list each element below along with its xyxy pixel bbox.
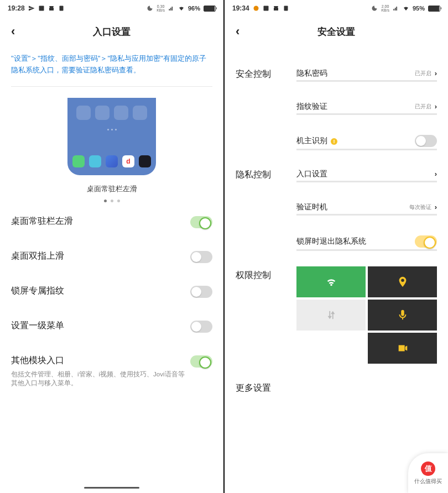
item-label: 入口设置 (296, 169, 327, 178)
item-label: 指纹验证 (296, 102, 327, 111)
permission-mic[interactable] (368, 300, 437, 331)
toggle[interactable] (190, 251, 212, 263)
nav-bar[interactable] (84, 487, 139, 489)
status-bar: 19:28 0.30 KB/s 96% (0, 0, 223, 14)
back-button[interactable]: ‹ (9, 22, 17, 41)
permission-location[interactable] (368, 266, 437, 297)
svg-rect-10 (396, 7, 397, 11)
toggle[interactable] (190, 355, 212, 368)
box-icon (38, 5, 45, 12)
setting-row[interactable]: 设置一级菜单 (11, 309, 212, 344)
permission-grid (296, 266, 437, 364)
app-icon (72, 155, 85, 167)
status-time: 19:28 (8, 4, 25, 12)
svg-point-5 (253, 6, 258, 11)
svg-rect-4 (171, 7, 173, 11)
battery-icon (204, 6, 216, 12)
moon-icon (147, 5, 153, 12)
permission-camera[interactable] (368, 333, 437, 364)
header: ‹ 安全设置 (225, 14, 448, 49)
section: 更多设置 (236, 371, 437, 402)
setting-item[interactable]: 入口设置› (296, 166, 437, 182)
info-text: "设置"＞"指纹、面部与密码"＞"隐私与应用加密"有固定的原子隐私系统入口，需要… (11, 49, 212, 86)
item-value: 已开启 (415, 103, 431, 111)
setting-item[interactable]: 锁屏时退出隐私系统 (296, 232, 437, 251)
item-label: 验证时机 (296, 202, 327, 211)
chevron-right-icon: › (435, 69, 437, 77)
item-label: 隐私密码 (296, 69, 327, 77)
battery-percent: 96% (188, 5, 200, 12)
permission-data[interactable] (296, 300, 366, 331)
weibo-icon (253, 5, 259, 12)
app-icon (106, 155, 118, 167)
phone-right-security-settings: 19:34 2.00 KB/s 95% ‹ 安全设置 安全控制隐私密码已开启›指… (225, 0, 448, 493)
status-bar: 19:34 2.00 KB/s 95% (225, 0, 448, 14)
warning-icon: ! (331, 138, 337, 145)
sim-icon (58, 5, 65, 12)
svg-rect-8 (393, 9, 394, 11)
content-right: 安全控制隐私密码已开启›指纹验证已开启›机主识别!隐私控制入口设置›验证时机每次… (225, 49, 448, 493)
back-button[interactable]: ‹ (233, 22, 242, 41)
section: 安全控制隐私密码已开启›指纹验证已开启›机主识别! (236, 57, 437, 158)
page-title: 入口设置 (0, 25, 223, 38)
section-header: 权限控制 (236, 266, 296, 364)
toggle[interactable] (190, 216, 212, 228)
wifi-icon (403, 5, 409, 12)
pager-dots (104, 200, 120, 202)
watermark: 值 什么值得买 (408, 453, 448, 493)
toggle[interactable] (190, 286, 212, 298)
chevron-right-icon: › (435, 102, 437, 111)
svg-rect-6 (263, 6, 268, 11)
setting-row[interactable]: 桌面双指上滑 (11, 239, 212, 274)
setting-row[interactable]: 锁屏专属指纹 (11, 274, 212, 309)
item-value: 已开启 (415, 70, 431, 77)
sim-icon (283, 5, 289, 12)
setting-item[interactable]: 机主识别! (296, 132, 437, 150)
moon-icon (371, 5, 378, 12)
status-time: 19:34 (232, 4, 249, 12)
svg-rect-7 (284, 6, 288, 11)
battery-icon (428, 6, 440, 12)
setting-sublabel: 包括文件管理、相册、i管家、i视频、使用技巧、Jovi语音等其他入口与移入菜单。 (11, 370, 190, 388)
illustration-caption: 桌面常驻栏左滑 (87, 184, 137, 194)
setting-row[interactable]: 桌面常驻栏左滑 (11, 204, 212, 239)
setting-label: 锁屏专属指纹 (11, 285, 190, 297)
wifi-icon (178, 5, 185, 12)
chevron-right-icon: › (435, 203, 437, 211)
toggle[interactable] (415, 135, 437, 147)
permission-wifi[interactable] (296, 266, 366, 297)
item-value: 每次验证 (409, 203, 431, 211)
header: ‹ 入口设置 (0, 14, 223, 49)
setting-label: 桌面常驻栏左滑 (11, 216, 190, 227)
svg-rect-0 (39, 6, 44, 11)
toggle[interactable] (190, 321, 212, 333)
illustration-carousel[interactable]: d 桌面常驻栏左滑 (11, 98, 212, 202)
svg-rect-2 (169, 9, 170, 11)
shop-icon (273, 5, 279, 12)
toggle[interactable] (415, 235, 437, 248)
section-header: 安全控制 (236, 65, 296, 150)
svg-rect-1 (59, 6, 63, 11)
chevron-right-icon: › (435, 170, 437, 178)
bars-icon (393, 5, 399, 12)
setting-label: 桌面双指上滑 (11, 250, 190, 262)
status-speed: 0.30 KB/s (157, 4, 165, 12)
setting-label: 其他模块入口 (11, 355, 190, 366)
app-icon (89, 155, 101, 167)
box-icon (263, 5, 269, 12)
setting-item[interactable]: 隐私密码已开启› (296, 65, 437, 82)
svg-rect-3 (170, 8, 171, 11)
section-header: 更多设置 (236, 379, 296, 394)
phone-left-entrance-settings: 19:28 0.30 KB/s 96% ‹ 入口设置 "设置"＞"指纹、面部与密… (0, 0, 223, 493)
battery-percent: 95% (413, 5, 425, 12)
shop-icon (48, 5, 55, 12)
bars-icon (168, 5, 175, 12)
content-left: "设置"＞"指纹、面部与密码"＞"隐私与应用加密"有固定的原子隐私系统入口，需要… (0, 49, 223, 482)
setting-row[interactable]: 其他模块入口包括文件管理、相册、i管家、i视频、使用技巧、Jovi语音等其他入口… (11, 344, 212, 399)
page-title: 安全设置 (225, 25, 448, 38)
status-speed: 2.00 KB/s (381, 4, 389, 12)
watermark-text: 什么值得买 (414, 478, 442, 485)
section: 隐私控制入口设置›验证时机每次验证›锁屏时退出隐私系统 (236, 158, 437, 259)
setting-item[interactable]: 指纹验证已开启› (296, 98, 437, 115)
setting-item[interactable]: 验证时机每次验证› (296, 199, 437, 216)
